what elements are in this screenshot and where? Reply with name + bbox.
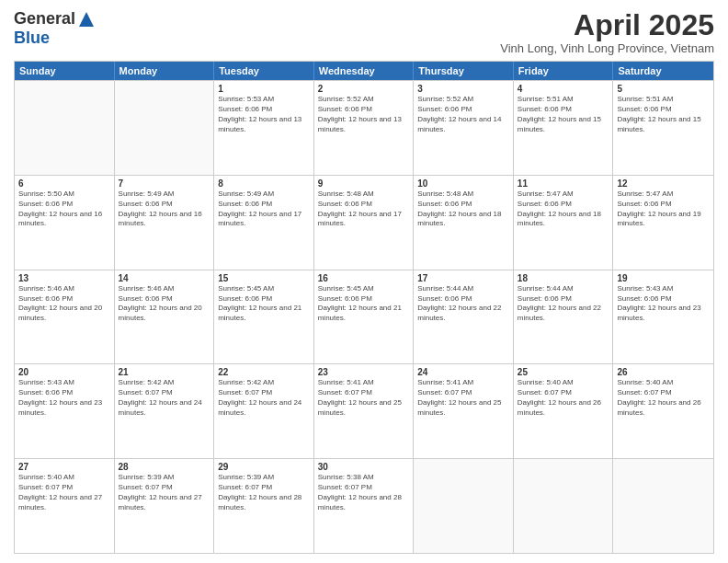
svg-marker-0 <box>79 12 94 27</box>
calendar-cell <box>115 81 215 175</box>
day-number: 6 <box>18 178 110 189</box>
day-info: Sunrise: 5:41 AM Sunset: 6:07 PM Dayligh… <box>417 378 509 418</box>
day-number: 17 <box>417 273 509 283</box>
calendar-body: 1Sunrise: 5:53 AM Sunset: 6:06 PM Daylig… <box>15 80 713 553</box>
header-day-thursday: Thursday <box>414 62 514 80</box>
day-number: 26 <box>617 367 710 377</box>
day-number: 20 <box>18 367 110 377</box>
day-info: Sunrise: 5:42 AM Sunset: 6:07 PM Dayligh… <box>218 378 310 418</box>
calendar-cell: 10Sunrise: 5:48 AM Sunset: 6:06 PM Dayli… <box>414 176 514 270</box>
header-day-wednesday: Wednesday <box>314 62 415 80</box>
calendar-cell: 3Sunrise: 5:52 AM Sunset: 6:06 PM Daylig… <box>414 81 514 175</box>
calendar-week-5: 27Sunrise: 5:40 AM Sunset: 6:07 PM Dayli… <box>15 458 713 553</box>
header-day-monday: Monday <box>115 62 215 80</box>
page: General Blue April 2025 Vinh Long, Vinh … <box>0 0 728 563</box>
day-info: Sunrise: 5:40 AM Sunset: 6:07 PM Dayligh… <box>18 473 110 512</box>
day-info: Sunrise: 5:43 AM Sunset: 6:06 PM Dayligh… <box>18 378 110 418</box>
header: General Blue April 2025 Vinh Long, Vinh … <box>14 9 714 55</box>
day-number: 12 <box>617 178 710 189</box>
calendar-cell: 17Sunrise: 5:44 AM Sunset: 6:06 PM Dayli… <box>414 270 514 364</box>
calendar-cell <box>15 81 115 175</box>
day-number: 24 <box>417 367 509 377</box>
calendar-cell: 1Sunrise: 5:53 AM Sunset: 6:06 PM Daylig… <box>214 81 314 175</box>
logo-general-text: General <box>14 9 75 29</box>
month-title: April 2025 <box>500 9 714 41</box>
calendar-cell: 27Sunrise: 5:40 AM Sunset: 6:07 PM Dayli… <box>15 459 115 553</box>
day-number: 4 <box>518 84 609 94</box>
calendar-cell: 28Sunrise: 5:39 AM Sunset: 6:07 PM Dayli… <box>115 459 215 553</box>
day-info: Sunrise: 5:45 AM Sunset: 6:06 PM Dayligh… <box>218 284 310 324</box>
calendar-cell: 20Sunrise: 5:43 AM Sunset: 6:06 PM Dayli… <box>15 364 115 458</box>
calendar-header: SundayMondayTuesdayWednesdayThursdayFrid… <box>15 62 713 80</box>
day-number: 25 <box>518 367 609 377</box>
day-info: Sunrise: 5:43 AM Sunset: 6:06 PM Dayligh… <box>617 284 710 324</box>
day-info: Sunrise: 5:52 AM Sunset: 6:06 PM Dayligh… <box>417 95 509 134</box>
calendar-cell: 26Sunrise: 5:40 AM Sunset: 6:07 PM Dayli… <box>613 364 713 458</box>
day-number: 14 <box>119 273 210 283</box>
calendar-cell: 19Sunrise: 5:43 AM Sunset: 6:06 PM Dayli… <box>613 270 713 364</box>
day-number: 8 <box>218 178 310 189</box>
calendar-cell: 29Sunrise: 5:39 AM Sunset: 6:07 PM Dayli… <box>214 459 314 553</box>
day-number: 1 <box>218 84 310 94</box>
day-number: 23 <box>318 367 410 377</box>
calendar-week-2: 6Sunrise: 5:50 AM Sunset: 6:06 PM Daylig… <box>15 175 713 270</box>
header-day-tuesday: Tuesday <box>214 62 314 80</box>
day-info: Sunrise: 5:40 AM Sunset: 6:07 PM Dayligh… <box>518 378 609 418</box>
day-info: Sunrise: 5:46 AM Sunset: 6:06 PM Dayligh… <box>18 284 110 324</box>
logo: General Blue <box>14 9 96 48</box>
day-number: 28 <box>119 462 210 472</box>
header-day-saturday: Saturday <box>613 62 713 80</box>
day-info: Sunrise: 5:38 AM Sunset: 6:07 PM Dayligh… <box>318 473 410 512</box>
day-number: 19 <box>617 273 710 283</box>
day-number: 7 <box>119 178 210 189</box>
day-number: 16 <box>318 273 410 283</box>
day-info: Sunrise: 5:51 AM Sunset: 6:06 PM Dayligh… <box>617 95 710 134</box>
day-info: Sunrise: 5:41 AM Sunset: 6:07 PM Dayligh… <box>318 378 410 418</box>
logo-icon <box>77 10 96 29</box>
header-day-friday: Friday <box>514 62 614 80</box>
subtitle: Vinh Long, Vinh Long Province, Vietnam <box>500 41 714 55</box>
day-number: 13 <box>18 273 110 283</box>
calendar-cell: 6Sunrise: 5:50 AM Sunset: 6:06 PM Daylig… <box>15 176 115 270</box>
calendar-cell: 30Sunrise: 5:38 AM Sunset: 6:07 PM Dayli… <box>314 459 415 553</box>
day-number: 29 <box>218 462 310 472</box>
day-number: 21 <box>119 367 210 377</box>
day-number: 11 <box>518 178 609 189</box>
day-info: Sunrise: 5:45 AM Sunset: 6:06 PM Dayligh… <box>318 284 410 324</box>
day-number: 2 <box>318 84 410 94</box>
calendar-cell: 15Sunrise: 5:45 AM Sunset: 6:06 PM Dayli… <box>214 270 314 364</box>
calendar-week-4: 20Sunrise: 5:43 AM Sunset: 6:06 PM Dayli… <box>15 363 713 458</box>
calendar-cell: 8Sunrise: 5:49 AM Sunset: 6:06 PM Daylig… <box>214 176 314 270</box>
calendar-cell: 2Sunrise: 5:52 AM Sunset: 6:06 PM Daylig… <box>314 81 415 175</box>
day-info: Sunrise: 5:49 AM Sunset: 6:06 PM Dayligh… <box>218 190 310 229</box>
day-number: 27 <box>18 462 110 472</box>
calendar-cell: 25Sunrise: 5:40 AM Sunset: 6:07 PM Dayli… <box>514 364 614 458</box>
day-number: 10 <box>417 178 509 189</box>
header-day-sunday: Sunday <box>15 62 115 80</box>
calendar-cell: 21Sunrise: 5:42 AM Sunset: 6:07 PM Dayli… <box>115 364 215 458</box>
day-info: Sunrise: 5:39 AM Sunset: 6:07 PM Dayligh… <box>119 473 210 512</box>
day-info: Sunrise: 5:44 AM Sunset: 6:06 PM Dayligh… <box>518 284 609 324</box>
day-info: Sunrise: 5:40 AM Sunset: 6:07 PM Dayligh… <box>617 378 710 418</box>
calendar-cell: 5Sunrise: 5:51 AM Sunset: 6:06 PM Daylig… <box>613 81 713 175</box>
calendar-cell: 14Sunrise: 5:46 AM Sunset: 6:06 PM Dayli… <box>115 270 215 364</box>
title-area: April 2025 Vinh Long, Vinh Long Province… <box>500 9 714 55</box>
day-number: 5 <box>617 84 710 94</box>
day-number: 22 <box>218 367 310 377</box>
day-info: Sunrise: 5:47 AM Sunset: 6:06 PM Dayligh… <box>518 190 609 229</box>
day-info: Sunrise: 5:47 AM Sunset: 6:06 PM Dayligh… <box>617 190 710 229</box>
calendar-cell: 12Sunrise: 5:47 AM Sunset: 6:06 PM Dayli… <box>613 176 713 270</box>
calendar-week-3: 13Sunrise: 5:46 AM Sunset: 6:06 PM Dayli… <box>15 270 713 364</box>
calendar-cell: 16Sunrise: 5:45 AM Sunset: 6:06 PM Dayli… <box>314 270 415 364</box>
day-info: Sunrise: 5:48 AM Sunset: 6:06 PM Dayligh… <box>318 190 410 229</box>
calendar-cell: 4Sunrise: 5:51 AM Sunset: 6:06 PM Daylig… <box>514 81 614 175</box>
calendar-cell: 7Sunrise: 5:49 AM Sunset: 6:06 PM Daylig… <box>115 176 215 270</box>
day-number: 18 <box>518 273 609 283</box>
day-number: 3 <box>417 84 509 94</box>
calendar-week-1: 1Sunrise: 5:53 AM Sunset: 6:06 PM Daylig… <box>15 80 713 175</box>
calendar-cell <box>514 459 614 553</box>
calendar-cell <box>613 459 713 553</box>
day-info: Sunrise: 5:50 AM Sunset: 6:06 PM Dayligh… <box>18 190 110 229</box>
calendar-cell: 11Sunrise: 5:47 AM Sunset: 6:06 PM Dayli… <box>514 176 614 270</box>
day-info: Sunrise: 5:46 AM Sunset: 6:06 PM Dayligh… <box>119 284 210 324</box>
